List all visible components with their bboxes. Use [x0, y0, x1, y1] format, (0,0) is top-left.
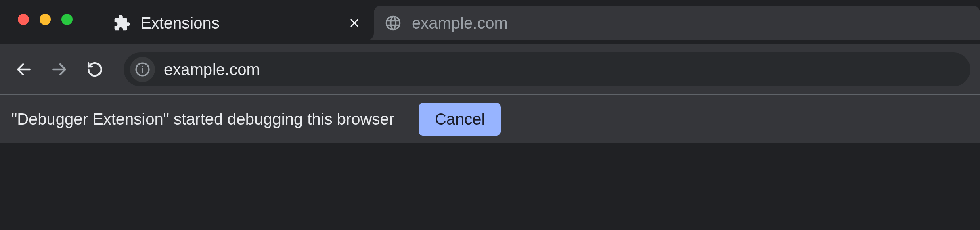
tabs-container: Extensions example.com	[86, 0, 980, 44]
tab-title: example.com	[412, 14, 970, 32]
window-zoom-button[interactable]	[61, 14, 73, 25]
debugger-infobar: "Debugger Extension" started debugging t…	[0, 95, 980, 143]
infobar-message: "Debugger Extension" started debugging t…	[11, 110, 394, 128]
puzzle-piece-icon	[113, 14, 131, 32]
globe-icon	[384, 14, 402, 32]
arrow-right-icon	[50, 61, 68, 78]
tab-extensions[interactable]: Extensions	[103, 6, 374, 40]
svg-point-2	[142, 66, 143, 67]
cancel-button[interactable]: Cancel	[419, 103, 501, 136]
forward-button[interactable]	[45, 55, 73, 84]
tab-example-com[interactable]: example.com	[374, 6, 980, 40]
tab-title: Extensions	[140, 14, 336, 32]
tab-close-button[interactable]	[346, 14, 363, 32]
arrow-left-icon	[15, 61, 33, 78]
toolbar	[0, 44, 980, 95]
tab-strip: Extensions example.com	[0, 0, 980, 44]
window-minimize-button[interactable]	[40, 14, 51, 25]
back-button[interactable]	[10, 55, 38, 84]
reload-icon	[86, 61, 103, 78]
address-input[interactable]	[163, 60, 964, 79]
close-icon	[349, 17, 360, 29]
info-icon	[135, 62, 150, 77]
reload-button[interactable]	[81, 55, 109, 84]
window-close-button[interactable]	[18, 14, 29, 25]
site-info-button[interactable]	[130, 57, 155, 82]
window-controls	[0, 0, 86, 25]
address-bar[interactable]	[124, 52, 970, 86]
